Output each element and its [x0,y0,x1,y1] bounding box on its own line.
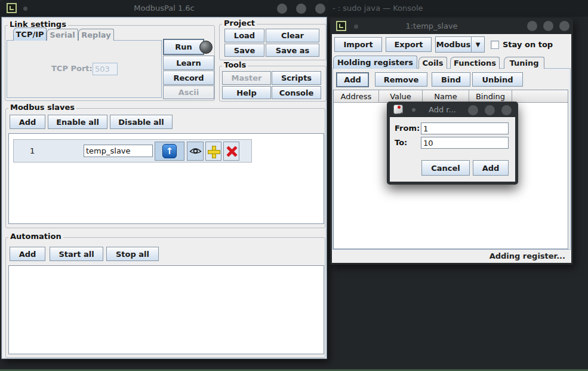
tab-tcpip-label: TCP/IP [16,30,44,39]
start-all-button[interactable]: Start all [50,247,103,261]
stop-all-button[interactable]: Stop all [106,247,159,261]
slave-minimize-button[interactable] [527,21,537,31]
from-label: From: [395,124,420,133]
dialog-title: Add r... [420,105,465,114]
tab-holding-registers[interactable]: Holding registers [333,56,417,69]
column-header-value[interactable]: Value [379,90,423,103]
tab-tcpip[interactable]: TCP/IP [13,27,47,41]
add-registers-dialog: Add r... From: To: Cancel Add [387,102,518,185]
register-bind-label: Bind [441,75,461,84]
close-button[interactable] [315,4,325,14]
learn-button[interactable]: Learn [163,56,214,70]
tcp-port-label: TCP Port: [51,64,93,73]
slave-view-button[interactable] [187,142,204,161]
project-title: Project [222,19,257,27]
tab-replay[interactable]: Replay [78,29,114,41]
tab-tuning[interactable]: Tuning [504,57,544,69]
column-header-binding[interactable]: Binding [469,90,512,103]
tab-tuning-label: Tuning [510,59,539,68]
register-unbind-button[interactable]: Unbind [472,72,523,87]
register-add-button[interactable]: Add [336,72,369,87]
register-add-label: Add [344,75,361,84]
tab-replay-label: Replay [81,30,110,39]
automation-list[interactable] [8,265,324,354]
slave-delete-button[interactable] [223,142,239,161]
learn-button-label: Learn [176,59,201,68]
save-as-button[interactable]: Save as [266,44,319,57]
tools-title: Tools [222,60,248,69]
eye-icon [189,148,202,155]
column-header-empty[interactable] [512,90,568,103]
tab-coils[interactable]: Coils [418,57,447,69]
load-button[interactable]: Load [224,29,264,42]
export-button[interactable]: Export [386,37,432,52]
slave-close-button[interactable] [559,21,569,31]
plus-icon [208,146,219,157]
ascii-button[interactable]: Ascii [163,85,214,99]
disable-all-label: Disable all [118,118,164,127]
link-status-led [199,41,213,54]
tab-serial[interactable]: Serial [47,29,78,41]
help-button-label: Help [236,88,256,97]
master-button-label: Master [232,73,262,82]
disable-all-button[interactable]: Disable all [110,115,173,129]
status-text: Adding register... [490,252,565,260]
slave-add-button[interactable]: Add [10,115,45,129]
clear-button[interactable]: Clear [266,29,319,42]
minimize-button[interactable] [277,4,287,14]
protocol-combo-value: Modbus [436,40,471,49]
record-button[interactable]: Record [163,70,214,85]
enable-all-label: Enable all [56,118,99,127]
register-remove-button[interactable]: Remove [375,72,427,87]
dialog-cancel-button[interactable]: Cancel [421,160,470,176]
tcp-port-input[interactable] [93,63,118,75]
save-as-button-label: Save as [276,46,309,55]
tab-functions-label: Functions [454,59,496,68]
column-header-name[interactable]: Name [423,90,469,103]
ascii-button-label: Ascii [178,88,199,97]
tab-coils-label: Coils [422,59,443,68]
up-arrow-icon: ↑ [162,144,177,158]
maximize-button[interactable] [296,4,306,14]
modbus-slaves-title: Modbus slaves [8,103,76,112]
register-remove-label: Remove [384,75,419,84]
console-button-label: Console [279,88,314,97]
enable-all-button[interactable]: Enable all [48,115,107,129]
dialog-close-button[interactable] [501,105,512,115]
stay-on-top-label: Stay on top [503,40,553,49]
slave-maximize-button[interactable] [543,21,553,31]
console-button[interactable]: Console [272,86,321,99]
slave-window-title: 1:temp_slave [330,22,533,30]
register-bind-button[interactable]: Bind [432,72,470,87]
automation-add-button[interactable]: Add [10,247,45,261]
load-button-label: Load [234,31,255,40]
slave-add-label: Add [19,118,36,127]
record-button-label: Record [173,73,204,82]
chevron-down-icon: ▼ [471,37,484,52]
master-button[interactable]: Master [222,71,271,85]
java-app-icon[interactable] [393,105,403,114]
help-button[interactable]: Help [222,86,271,99]
scripts-button-label: Scripts [281,73,312,82]
column-header-address[interactable]: Address [334,90,379,103]
slave-list[interactable]: 1 ↑ [8,133,324,224]
run-button[interactable]: Run [163,39,204,55]
export-button-label: Export [394,40,423,49]
tab-serial-label: Serial [50,30,75,39]
slave-name-input[interactable] [84,145,153,157]
slave-enable-toggle[interactable]: ↑ [155,142,184,161]
to-input[interactable] [421,137,509,149]
dialog-maximize-button[interactable] [485,105,495,115]
slave-add-automation-button[interactable] [205,142,221,161]
slave-row: 1 ↑ [13,139,252,162]
import-button[interactable]: Import [334,37,382,52]
protocol-combo[interactable]: Modbus ▼ [435,36,485,53]
save-button[interactable]: Save [224,44,264,57]
modbuspal-titlebar: ModbusPal 1.6c [0,0,328,17]
from-input[interactable] [421,122,509,134]
tab-functions[interactable]: Functions [450,57,500,69]
dialog-minimize-button[interactable] [468,105,478,115]
dialog-add-button[interactable]: Add [473,160,509,176]
stay-on-top-checkbox[interactable] [491,41,499,49]
scripts-button[interactable]: Scripts [272,71,321,85]
